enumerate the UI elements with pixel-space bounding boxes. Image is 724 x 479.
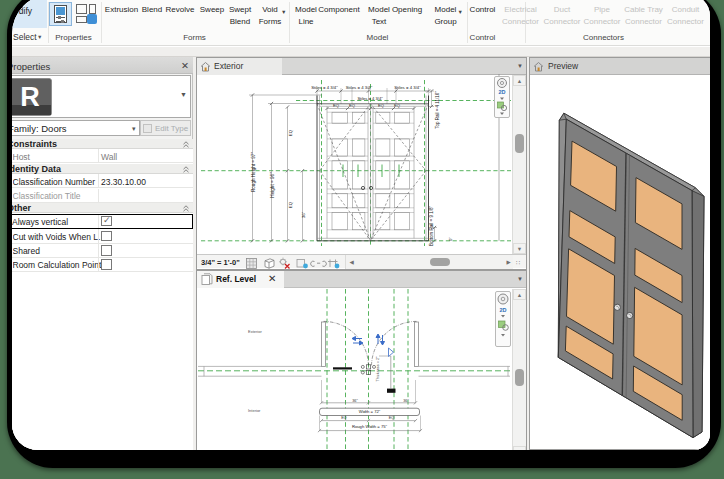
svg-text:2D: 2D: [499, 306, 506, 312]
svg-text:Stiles = 4 3/4": Stiles = 4 3/4": [357, 96, 383, 101]
svg-text:EQ: EQ: [288, 129, 293, 136]
svg-text:Width = 72": Width = 72": [359, 409, 381, 414]
svg-text:Interior: Interior: [248, 408, 261, 413]
svg-text:EQ: EQ: [288, 201, 293, 208]
svg-text:36": 36": [403, 399, 409, 403]
svg-text:Rough Width = 75": Rough Width = 75": [352, 424, 388, 429]
svg-text:0": 0": [448, 237, 453, 241]
svg-text:Height = 96": Height = 96": [270, 172, 275, 198]
svg-text:Stiles = 4 3/4": Stiles = 4 3/4": [346, 85, 373, 90]
svg-text:36": 36": [301, 211, 306, 218]
svg-text:Exterior: Exterior: [248, 329, 262, 334]
svg-text:36": 36": [352, 399, 358, 403]
svg-text:Stiles = 4 3/4": Stiles = 4 3/4": [311, 85, 338, 90]
svg-text:Rough Height = 97": Rough Height = 97": [251, 152, 256, 192]
svg-text:Top Rail = 4 11/16": Top Rail = 4 11/16": [435, 91, 440, 129]
svg-text:EQ: EQ: [389, 416, 395, 420]
svg-text:EQ: EQ: [341, 416, 347, 420]
svg-text:2D: 2D: [498, 89, 505, 95]
svg-text:Bottom Rail = 9 1/8": Bottom Rail = 9 1/8": [429, 206, 434, 246]
svg-text:Thickness = 2": Thickness = 2": [376, 356, 380, 382]
svg-text:Stiles = 4 3/4": Stiles = 4 3/4": [394, 85, 421, 90]
